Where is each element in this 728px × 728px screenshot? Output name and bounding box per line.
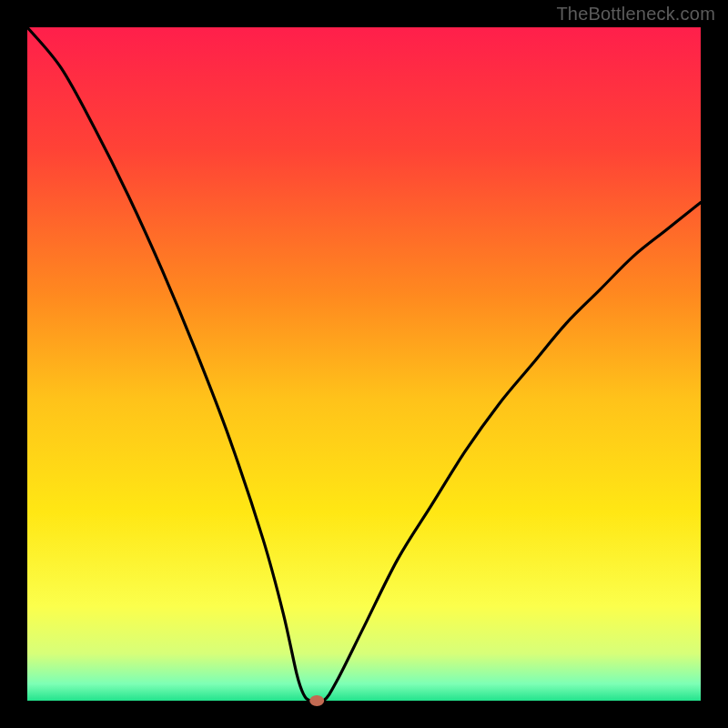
watermark-text: TheBottleneck.com [556, 4, 715, 25]
plot-background [27, 27, 701, 701]
chart-frame: TheBottleneck.com [0, 0, 728, 728]
current-point-marker [309, 695, 324, 706]
plot-svg [0, 0, 728, 728]
